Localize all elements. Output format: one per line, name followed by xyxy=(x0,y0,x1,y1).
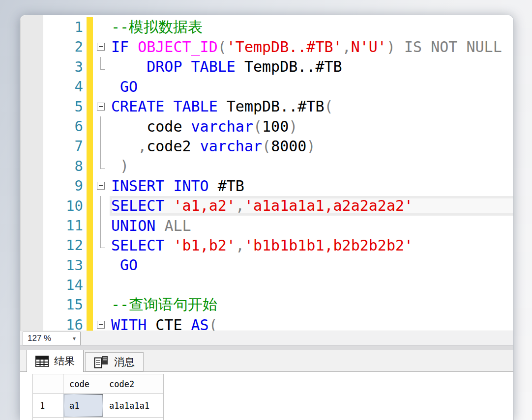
code-token: , xyxy=(236,197,244,214)
code-token: SELECT xyxy=(111,197,164,214)
change-tracking-bar xyxy=(87,37,93,56)
code-token: DROP xyxy=(147,58,182,75)
code-token: TempDB..#TB xyxy=(218,98,325,115)
line-number[interactable]: 14 xyxy=(20,275,83,295)
code-text[interactable]: --模拟数据表 xyxy=(110,17,513,37)
tab-results[interactable]: 结果 xyxy=(27,350,84,372)
code-text[interactable]: CREATE TABLE TempDB..#TB( xyxy=(110,97,513,116)
line-number[interactable]: 5 xyxy=(20,97,83,116)
code-line[interactable]: 4 GO xyxy=(20,77,513,96)
line-number[interactable]: 2 xyxy=(20,37,83,56)
grid-cell-selected[interactable]: a1 xyxy=(63,394,103,418)
code-token: --查询语句开始 xyxy=(111,295,217,315)
code-text[interactable]: --查询语句开始 xyxy=(110,295,513,314)
grid-column-header[interactable]: code xyxy=(63,374,103,394)
outline-margin xyxy=(93,295,110,314)
code-token: TABLE xyxy=(173,98,217,115)
collapse-minus-icon[interactable] xyxy=(97,321,105,329)
code-text[interactable]: SELECT 'b1,b2','b1b1b1b1,b2b2b2b2' xyxy=(110,235,513,255)
code-token: ) xyxy=(306,138,315,155)
line-number[interactable]: 1 xyxy=(20,17,83,37)
code-text[interactable]: INSERT INTO #TB xyxy=(110,176,513,196)
code-token xyxy=(111,138,138,155)
outline-margin xyxy=(93,77,110,96)
editor-bottom-bar: 127 % ▾ xyxy=(20,331,513,345)
code-text[interactable]: ,code2 varchar(8000) xyxy=(110,136,513,156)
chevron-down-icon[interactable]: ▾ xyxy=(73,332,76,345)
grid-column-header[interactable]: code2 xyxy=(103,374,164,394)
line-number[interactable]: 3 xyxy=(20,57,83,77)
code-token xyxy=(182,58,191,75)
tab-messages[interactable]: 消息 xyxy=(85,352,144,371)
code-line[interactable]: 8 ) xyxy=(20,156,513,176)
code-text[interactable]: WITH CTE AS( xyxy=(110,315,513,331)
code-token: CREATE xyxy=(111,98,164,115)
pane-splitter[interactable] xyxy=(20,345,513,350)
code-line[interactable]: 13 GO xyxy=(20,255,513,275)
code-token xyxy=(164,177,173,195)
code-text[interactable]: ) xyxy=(110,156,513,176)
code-text[interactable]: code varchar(100) xyxy=(110,116,513,136)
grid-column-header[interactable] xyxy=(33,374,63,394)
outline-margin xyxy=(93,37,110,56)
grid-row-header[interactable]: 2 xyxy=(33,418,63,420)
code-line[interactable]: 2IF OBJECT_ID('TempDB..#TB',N'U') IS NOT… xyxy=(20,37,513,56)
line-number[interactable]: 10 xyxy=(20,196,83,216)
code-line[interactable]: 12SELECT 'b1,b2','b1b1b1b1,b2b2b2b2' xyxy=(20,235,513,255)
code-line[interactable]: 5CREATE TABLE TempDB..#TB( xyxy=(20,97,513,116)
code-token: varchar xyxy=(200,138,262,155)
zoom-level-dropdown[interactable]: 127 % ▾ xyxy=(23,332,81,345)
code-line[interactable]: 10SELECT 'a1,a2','a1a1a1a1,a2a2a2a2' xyxy=(20,196,513,216)
code-token: IF xyxy=(111,38,129,56)
code-line[interactable]: 1--模拟数据表 xyxy=(20,17,513,37)
grid-cell[interactable]: a2 xyxy=(63,418,103,420)
outline-margin xyxy=(93,136,110,156)
line-number[interactable]: 16 xyxy=(20,315,83,331)
collapse-minus-icon[interactable] xyxy=(97,103,105,111)
outline-margin xyxy=(93,156,110,176)
code-token: 'a1a1a1a1,a2a2a2a2' xyxy=(244,197,413,214)
line-number[interactable]: 6 xyxy=(20,116,83,136)
collapse-minus-icon[interactable] xyxy=(97,43,105,51)
code-text[interactable]: IF OBJECT_ID('TempDB..#TB',N'U') IS NOT … xyxy=(110,37,513,56)
results-tabstrip: 结果 消息 xyxy=(20,350,513,372)
code-token: ) xyxy=(386,38,395,56)
grid-cell[interactable]: a2a2a2a2 xyxy=(103,418,164,420)
outline-margin xyxy=(93,255,110,275)
code-line[interactable]: 11UNION ALL xyxy=(20,216,513,235)
code-line[interactable]: 7 ,code2 varchar(8000) xyxy=(20,136,513,156)
line-number[interactable]: 11 xyxy=(20,216,83,235)
grid-cell[interactable]: a1a1a1a1 xyxy=(103,394,164,418)
code-text[interactable]: UNION ALL xyxy=(110,216,513,235)
code-token: 100 xyxy=(262,118,289,135)
code-token: , xyxy=(236,237,244,254)
line-number[interactable]: 9 xyxy=(20,176,83,196)
line-number[interactable]: 12 xyxy=(20,235,83,255)
code-token: #TB xyxy=(209,177,244,195)
outline-margin xyxy=(93,216,110,235)
code-line[interactable]: 16WITH CTE AS( xyxy=(20,315,513,331)
line-number[interactable]: 7 xyxy=(20,136,83,156)
code-token: GO xyxy=(120,78,138,95)
code-text[interactable]: GO xyxy=(110,77,513,96)
code-token: 'a1,a2' xyxy=(173,197,235,214)
code-text[interactable] xyxy=(110,275,513,295)
code-line[interactable]: 3 DROP TABLE TempDB..#TB xyxy=(20,57,513,77)
sql-code-editor[interactable]: 1--模拟数据表2IF OBJECT_ID('TempDB..#TB',N'U'… xyxy=(20,15,513,345)
line-number[interactable]: 15 xyxy=(20,295,83,314)
code-line[interactable]: 14 xyxy=(20,275,513,295)
code-line[interactable]: 6 code varchar(100) xyxy=(20,116,513,136)
grid-row-header[interactable]: 1 xyxy=(33,394,63,418)
code-text[interactable]: DROP TABLE TempDB..#TB xyxy=(110,57,513,77)
line-number[interactable]: 13 xyxy=(20,255,83,275)
code-token: OBJECT_ID xyxy=(138,38,218,56)
code-text[interactable]: GO xyxy=(110,255,513,275)
code-line[interactable]: 15--查询语句开始 xyxy=(20,295,513,314)
line-number[interactable]: 4 xyxy=(20,77,83,96)
collapse-minus-icon[interactable] xyxy=(97,182,105,190)
code-line[interactable]: 9INSERT INTO #TB xyxy=(20,176,513,196)
code-token: TempDB..#TB xyxy=(236,58,342,75)
code-text-highlighted[interactable]: SELECT 'a1,a2','a1a1a1a1,a2a2a2a2' xyxy=(110,196,513,216)
code-token: ( xyxy=(325,98,333,115)
line-number[interactable]: 8 xyxy=(20,156,83,176)
